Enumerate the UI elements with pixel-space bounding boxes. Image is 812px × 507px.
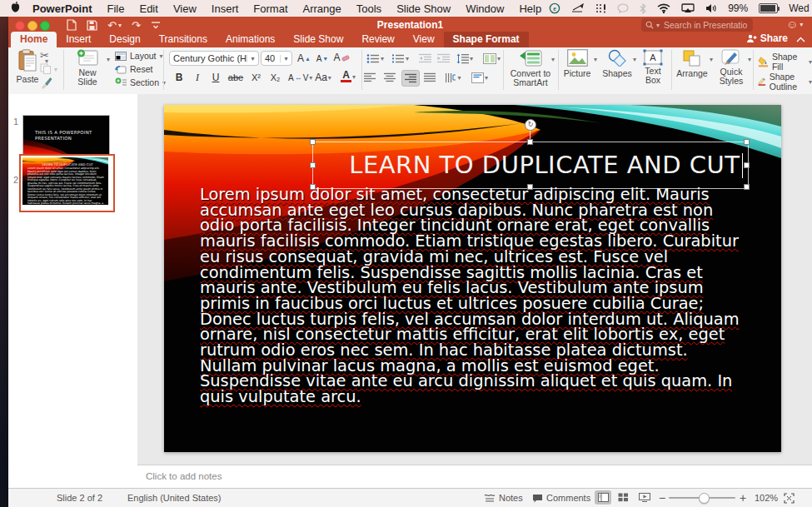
redo-button[interactable]: ↷	[132, 19, 141, 32]
decrease-indent-button[interactable]	[416, 51, 433, 66]
menu-tools[interactable]: Tools	[356, 2, 381, 15]
new-slide-caret[interactable]: ▾	[107, 56, 110, 63]
search-input[interactable]	[662, 19, 749, 31]
resize-handle-bottom-center[interactable]	[527, 184, 533, 190]
scanner-menu-icon[interactable]	[571, 3, 585, 13]
menu-help[interactable]: Help	[519, 2, 541, 15]
arrange-button[interactable]: Arrange	[675, 49, 710, 78]
resize-handle-mid-right[interactable]	[744, 162, 750, 168]
clear-formatting-button[interactable]: A	[333, 50, 350, 65]
menu-file[interactable]: File	[107, 2, 125, 15]
tab-review[interactable]: Review	[352, 32, 403, 47]
slide-2-thumbnail-selected[interactable]: LEARN TO DUPLICATE AND CUT Lorem ipsum d…	[19, 154, 115, 212]
slide-show-view-button[interactable]	[636, 490, 653, 505]
underline-button[interactable]: U	[207, 70, 224, 85]
shape-fill-button[interactable]: Shape Fill▾	[758, 52, 812, 72]
notes-toggle-label[interactable]: Notes	[499, 493, 523, 503]
menu-view[interactable]: View	[173, 2, 197, 15]
tab-slide-show[interactable]: Slide Show	[284, 32, 352, 47]
resize-handle-top-left[interactable]	[310, 139, 316, 145]
bold-button[interactable]: B	[171, 70, 187, 85]
normal-view-button[interactable]	[595, 490, 611, 505]
quick-styles-caret[interactable]: ▾	[748, 56, 751, 63]
rotation-handle[interactable]: ↻	[525, 119, 536, 131]
share-button[interactable]: Share	[746, 32, 788, 44]
text-direction-button[interactable]: ▾	[445, 70, 461, 85]
apple-menu-icon[interactable]	[10, 1, 21, 16]
volume-menu-icon[interactable]	[705, 3, 717, 13]
bluetooth-menu-icon[interactable]	[640, 3, 646, 14]
messages-menu-icon[interactable]	[617, 3, 629, 13]
shapes-button[interactable]: Shapes	[601, 49, 633, 78]
tab-view[interactable]: View	[404, 32, 444, 47]
bullets-button[interactable]: ▾	[366, 51, 384, 66]
airplay-menu-icon[interactable]	[681, 3, 695, 13]
smartart-caret[interactable]: ▾	[551, 56, 555, 63]
slide-body-text[interactable]: Lorem ipsum dolor sit amet, consectetur …	[200, 187, 750, 405]
font-size-select[interactable]: 40▾	[261, 51, 292, 66]
zoom-window-button[interactable]	[40, 21, 50, 31]
comments-label[interactable]: Comments	[546, 493, 590, 503]
resize-handle-bottom-right[interactable]	[744, 184, 750, 190]
notes-pane[interactable]: Click to add notes	[137, 465, 812, 489]
undo-button[interactable]: ↶▾	[107, 19, 122, 32]
menubar-clock[interactable]: Wed 3:26 PM	[789, 2, 812, 14]
slide-title-text[interactable]: LEARN TO DUPLICATE AND CUT	[308, 142, 743, 188]
search-box[interactable]: ▾	[641, 18, 753, 32]
collapse-ribbon-icon[interactable]	[796, 31, 805, 46]
zoom-slider-knob[interactable]	[699, 493, 710, 504]
resize-handle-mid-left[interactable]	[310, 162, 316, 168]
arrange-caret[interactable]: ▾	[710, 56, 713, 63]
strikethrough-button[interactable]: abe	[226, 70, 246, 85]
change-case-button[interactable]: Aa▾	[315, 70, 331, 85]
quick-access-options-icon[interactable]	[151, 21, 161, 29]
minimize-window-button[interactable]	[27, 21, 37, 31]
feedback-smiley-icon[interactable]: ☺▾	[786, 17, 803, 31]
subscript-button[interactable]: X₂	[267, 70, 284, 85]
italic-button[interactable]: I	[189, 70, 206, 85]
increase-indent-button[interactable]	[435, 51, 451, 66]
font-name-select[interactable]: Century Gothic (He...▾	[169, 51, 259, 66]
slide-canvas[interactable]: Lorem ipsum dolor sit amet, consectetur …	[164, 105, 781, 452]
menu-slide-show[interactable]: Slide Show	[396, 2, 451, 15]
tab-insert[interactable]: Insert	[57, 32, 100, 47]
new-slide-button[interactable]: New Slide	[68, 49, 107, 87]
picture-button[interactable]: Picture	[561, 49, 593, 78]
font-color-button[interactable]: A▾	[340, 69, 356, 84]
eset-status-icon[interactable]: e	[549, 2, 560, 14]
notes-toggle-icon[interactable]	[484, 494, 496, 505]
line-spacing-button[interactable]: ▾	[456, 51, 473, 66]
comments-icon[interactable]	[532, 494, 543, 505]
section-button[interactable]: Section▾	[115, 77, 166, 87]
resize-handle-top-center[interactable]	[527, 139, 533, 145]
battery-icon[interactable]	[759, 3, 778, 13]
superscript-button[interactable]: X²	[247, 70, 265, 85]
menu-powerpoint[interactable]: PowerPoint	[32, 2, 92, 15]
slide-sorter-view-button[interactable]	[615, 490, 631, 505]
zoom-out-button[interactable]: −	[659, 491, 665, 505]
resize-handle-bottom-left[interactable]	[310, 184, 316, 190]
format-painter-button[interactable]	[40, 77, 52, 91]
tab-transitions[interactable]: Transitions	[150, 32, 217, 47]
menu-insert[interactable]: Insert	[212, 2, 239, 15]
align-center-button[interactable]	[381, 70, 398, 85]
resize-handle-top-right[interactable]	[744, 139, 750, 145]
character-spacing-button[interactable]: A↔V▾	[288, 70, 312, 85]
shape-outline-button[interactable]: Shape Outline▾	[758, 72, 812, 92]
tab-home[interactable]: Home	[11, 32, 57, 47]
menu-format[interactable]: Format	[253, 2, 287, 15]
reset-button[interactable]: Reset	[115, 64, 152, 74]
cut-button[interactable]: ✂	[40, 49, 49, 62]
numbering-button[interactable]: ▾	[391, 51, 409, 66]
zoom-level[interactable]: 102%	[755, 493, 778, 503]
save-icon[interactable]	[87, 20, 97, 31]
new-presentation-icon[interactable]	[67, 19, 77, 31]
input-menu-icon[interactable]	[595, 3, 606, 13]
language-indicator[interactable]: English (United States)	[127, 493, 222, 503]
fit-slide-to-window-icon[interactable]	[784, 493, 795, 505]
title-text-box[interactable]: LEARN TO DUPLICATE AND CUT ↻	[312, 142, 749, 189]
tab-design[interactable]: Design	[100, 32, 149, 47]
menu-edit[interactable]: Edit	[139, 2, 157, 15]
increase-font-size-button[interactable]: A▲	[296, 51, 312, 66]
justify-button[interactable]	[421, 70, 438, 85]
